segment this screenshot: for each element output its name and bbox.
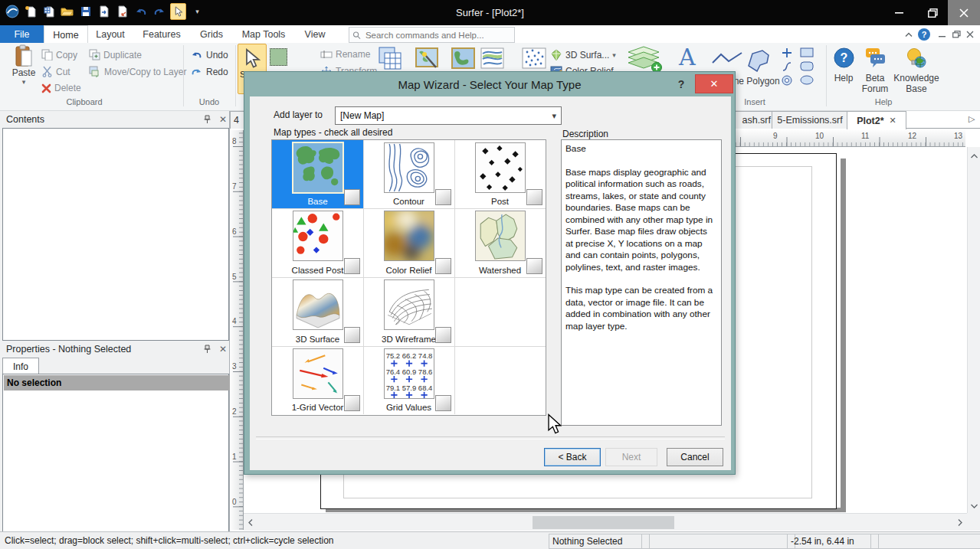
map-type-checkbox[interactable]: [344, 258, 360, 274]
base-map-button[interactable]: [451, 47, 475, 71]
map-type-1-grid-vector[interactable]: 1-Grid Vector: [272, 346, 364, 414]
document-tab-2[interactable]: 5-Emissions.srf: [772, 111, 848, 129]
map-type-checkbox[interactable]: [344, 327, 360, 343]
redo-button[interactable]: Redo: [190, 66, 228, 77]
undo-button[interactable]: Undo: [190, 49, 228, 60]
map-type-checkbox[interactable]: [344, 189, 360, 205]
map-type-checkbox[interactable]: [526, 258, 542, 274]
map-type-3d-surface[interactable]: 3D Surface: [272, 277, 364, 347]
map-type-checkbox[interactable]: [526, 189, 542, 205]
restore-button[interactable]: [916, 0, 949, 25]
tab-map-tools[interactable]: Map Tools: [234, 25, 293, 43]
rename-button[interactable]: Rename: [320, 49, 370, 60]
cancel-button[interactable]: Cancel: [667, 448, 723, 466]
doc-close-icon[interactable]: [964, 28, 976, 41]
ruler-number: 9: [773, 132, 778, 140]
dialog-title[interactable]: Map Wizard - Select Your Map Type: [244, 72, 735, 96]
symbol-tool-button[interactable]: [782, 75, 792, 88]
worksheet-button[interactable]: [378, 46, 402, 73]
point-tool-button[interactable]: [782, 47, 792, 60]
scroll-down-icon[interactable]: [971, 500, 978, 510]
contents-pin-icon[interactable]: [201, 113, 213, 126]
tab-features[interactable]: Features: [134, 25, 189, 43]
move-copy-to-layer-button[interactable]: Move/Copy to Layer: [89, 66, 186, 77]
vertical-scrollbar[interactable]: [967, 147, 980, 513]
document-tab-active[interactable]: Plot2* ✕: [847, 111, 906, 129]
map-type-classed-post[interactable]: Classed Post: [272, 208, 364, 278]
cut-button[interactable]: Cut: [41, 66, 70, 77]
doc-restore-icon[interactable]: [950, 28, 962, 41]
knowledge-base-button[interactable]: [904, 47, 927, 71]
tab-grids[interactable]: Grids: [189, 25, 234, 43]
properties-pin-icon[interactable]: [201, 343, 213, 355]
map-type-watershed[interactable]: Watershed: [454, 208, 546, 278]
map-type-checkbox[interactable]: [435, 189, 451, 205]
vertical-ruler[interactable]: 8 7 6 5 4 3 2 1 0: [230, 130, 244, 530]
next-button[interactable]: Next: [605, 448, 657, 466]
tab-file[interactable]: File: [0, 25, 44, 43]
contents-close-icon[interactable]: ✕: [217, 113, 229, 126]
tab-info[interactable]: Info: [2, 358, 39, 374]
map-type-grid-values[interactable]: 75.2 66.2 74.876.4 60.9 78.679.1 57.9 68…: [363, 346, 455, 414]
map-wizard-button[interactable]: [415, 46, 441, 73]
map-type-contour[interactable]: Contour: [363, 140, 455, 209]
ellipse-tool-button[interactable]: [800, 75, 814, 87]
scroll-up-icon[interactable]: [971, 150, 978, 160]
scroll-left-icon[interactable]: [248, 518, 253, 528]
tab-view[interactable]: View: [293, 25, 336, 43]
rectangle-tool-button[interactable]: [800, 47, 814, 60]
tab-close-icon[interactable]: ✕: [890, 116, 896, 126]
dropdown-value: [New Map]: [340, 110, 384, 121]
map-type-3d-wireframe[interactable]: 3D Wireframe: [363, 277, 455, 347]
spline-tool-button[interactable]: [782, 61, 792, 74]
add-layer-dropdown[interactable]: [New Map] ▾: [335, 106, 562, 125]
collapse-ribbon-icon[interactable]: [903, 28, 915, 41]
duplicate-button[interactable]: Duplicate: [89, 49, 142, 60]
tab-home[interactable]: Home: [44, 25, 88, 44]
duplicate-icon: [89, 49, 100, 60]
post-map-button[interactable]: [522, 47, 546, 71]
contour-map-button[interactable]: [480, 47, 504, 71]
tab-layout[interactable]: Layout: [87, 25, 134, 43]
map-type-color-relief[interactable]: Color Relief: [363, 208, 455, 278]
delete-button[interactable]: Delete: [41, 83, 81, 93]
polyline-button[interactable]: [711, 51, 743, 68]
help-button[interactable]: ?: [833, 47, 854, 70]
title-bar: ▾ Surfer - [Plot2*]: [0, 0, 980, 25]
polygon-button[interactable]: [746, 49, 775, 74]
map-types-grid: Base Contour Post Classed Post: [271, 139, 546, 416]
map-type-checkbox[interactable]: [435, 327, 451, 343]
block-select-icon[interactable]: [270, 48, 287, 66]
plus-icon: [782, 47, 792, 58]
doc-minimize-icon[interactable]: [936, 28, 949, 41]
paste-button[interactable]: Paste ▾: [8, 44, 40, 95]
text-tool-button[interactable]: A: [679, 46, 696, 69]
map-type-checkbox[interactable]: [435, 258, 451, 274]
paste-dropdown-icon: ▾: [22, 78, 26, 86]
rounded-rect-tool-button[interactable]: [800, 61, 814, 74]
dialog-close-button[interactable]: ✕: [695, 74, 733, 93]
command-search[interactable]: [349, 27, 515, 43]
map-type-post[interactable]: Post: [454, 140, 546, 209]
ruler-number: 3: [232, 362, 237, 371]
map-type-empty-cell: [454, 277, 546, 347]
3d-surface-split-button[interactable]: 3D Surfa... ▾: [550, 49, 616, 61]
close-button[interactable]: [948, 0, 980, 25]
search-input[interactable]: [364, 30, 511, 41]
contents-panel-body[interactable]: [2, 128, 229, 341]
properties-close-icon[interactable]: ✕: [217, 343, 229, 355]
dialog-help-icon[interactable]: ?: [674, 77, 689, 92]
back-button[interactable]: < Back: [544, 448, 601, 466]
horizontal-scrollbar[interactable]: [244, 513, 967, 531]
horizontal-scroll-thumb[interactable]: [533, 516, 674, 529]
tab-scroll-right-icon[interactable]: ▷: [969, 114, 975, 124]
minimize-button[interactable]: [883, 0, 915, 25]
map-type-checkbox[interactable]: [435, 395, 451, 411]
scroll-right-icon[interactable]: [958, 518, 962, 528]
map-type-checkbox[interactable]: [344, 395, 360, 411]
beta-forum-button[interactable]: [864, 47, 887, 70]
status-hint: Click=select; drag=block select; shift+c…: [0, 535, 334, 546]
copy-button[interactable]: Copy: [41, 49, 77, 60]
help-dot-icon[interactable]: ?: [918, 28, 930, 41]
map-type-base[interactable]: Base: [272, 140, 364, 209]
